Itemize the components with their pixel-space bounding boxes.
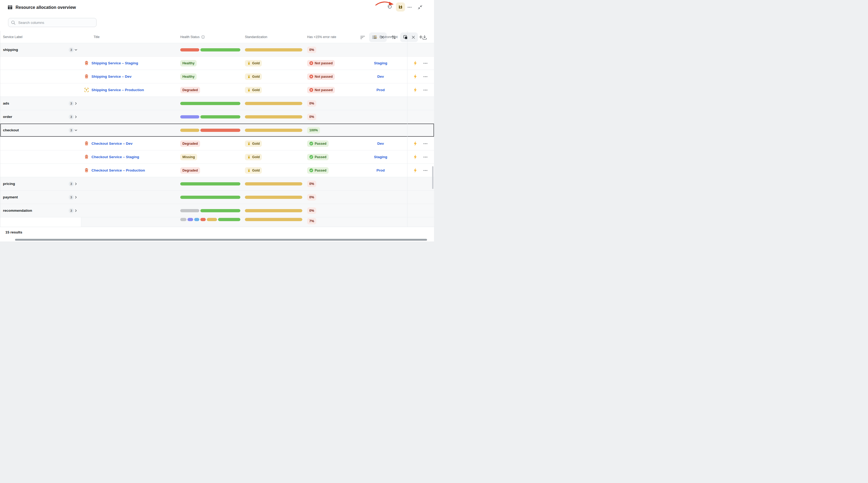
row-menu-icon[interactable]	[423, 88, 428, 93]
chevron-down-icon[interactable]	[74, 129, 78, 132]
service-row[interactable]: Checkout Service – StagingMissingGoldPas…	[0, 150, 434, 164]
column-header-environment[interactable]: Environment	[374, 31, 398, 43]
standardization-bar	[245, 209, 302, 212]
row-menu-icon[interactable]	[423, 141, 428, 146]
environment-link[interactable]: Prod	[377, 168, 385, 172]
data-table: Service Label Title Health Status Standa…	[0, 31, 434, 227]
vertical-scrollbar[interactable]	[432, 166, 433, 189]
group-row-shipping[interactable]: shipping30%	[0, 43, 434, 57]
environment-link[interactable]: Dev	[377, 141, 384, 146]
octopus-icon	[84, 168, 89, 173]
error-rate-check-badge: Passed	[307, 167, 329, 174]
service-title-link[interactable]: Checkout Service – Dev	[91, 141, 132, 146]
health-status-cell	[180, 97, 240, 110]
row-menu-icon[interactable]	[423, 155, 428, 159]
health-status-badge-label: Degraded	[182, 142, 198, 146]
error-rate-badge-label: 0%	[309, 195, 314, 199]
service-row[interactable]: Shipping Service – StagingHealthyGoldNot…	[0, 57, 434, 70]
chevron-right-icon[interactable]	[74, 196, 78, 199]
health-status-badge-label: Missing	[182, 155, 195, 159]
environment-link[interactable]: Staging	[374, 61, 387, 65]
environment-cell	[361, 191, 400, 204]
service-title-link[interactable]: Shipping Service – Production	[91, 88, 144, 92]
standardization-cell	[245, 177, 302, 190]
service-title-link[interactable]: Shipping Service – Staging	[91, 61, 138, 65]
chevron-right-icon[interactable]	[74, 102, 78, 105]
error-rate-badge: 0%	[307, 114, 316, 120]
more-options-button[interactable]	[407, 5, 412, 10]
bolt-icon[interactable]	[413, 168, 417, 173]
standardization-badge-label: Gold	[252, 142, 260, 146]
column-header-title[interactable]: Title	[94, 31, 99, 43]
service-title-link[interactable]: Shipping Service – Dev	[91, 74, 131, 78]
environment-link[interactable]: Prod	[377, 88, 385, 92]
error-rate-badge-label: 0%	[309, 102, 314, 105]
group-row-ads[interactable]: ads30%	[0, 97, 434, 110]
service-row[interactable]: Checkout Service – ProductionDegradedGol…	[0, 164, 434, 177]
bar-segment-gold	[245, 218, 302, 221]
bolt-icon[interactable]	[413, 87, 417, 93]
info-icon[interactable]	[201, 35, 205, 39]
results-count: 15 results	[5, 230, 22, 234]
undo-button[interactable]	[387, 5, 392, 10]
row-menu-icon[interactable]	[423, 168, 428, 173]
collapse-button[interactable]	[417, 5, 423, 10]
environment-link[interactable]: Dev	[377, 74, 384, 78]
chevron-down-icon[interactable]	[74, 48, 78, 52]
bar-segment-green	[180, 102, 240, 105]
chevron-right-icon[interactable]	[74, 182, 78, 186]
table-footer: 15 results	[0, 227, 434, 237]
add-column-button[interactable]	[407, 31, 434, 43]
standardization-badge: Gold	[245, 154, 262, 160]
standardization-bar	[245, 218, 302, 221]
search-box	[8, 18, 97, 27]
group-count-badge: 3	[69, 101, 74, 106]
column-header-error-rate[interactable]: Has <15% error rate	[307, 31, 336, 43]
row-menu-icon[interactable]	[423, 61, 428, 66]
title-cell: Shipping Service – Staging	[84, 57, 175, 70]
error-rate-check-badge: Not passed	[307, 87, 335, 93]
service-row[interactable]: Shipping Service – ProductionDegradedGol…	[0, 83, 434, 97]
row-actions-cell	[407, 70, 434, 83]
title-cell	[84, 204, 175, 217]
error-rate-check-badge-label: Not passed	[315, 61, 333, 65]
column-header-standardization[interactable]: Standardization	[245, 31, 267, 43]
column-header-health-status[interactable]: Health Status	[180, 31, 205, 43]
bolt-icon[interactable]	[413, 154, 417, 159]
error-rate-cell: 0%	[307, 177, 358, 190]
row-actions-cell	[407, 191, 434, 204]
group-row-recommendation[interactable]: recommendation30%	[0, 204, 434, 217]
standardization-badge: Gold	[245, 60, 262, 66]
bolt-icon[interactable]	[413, 74, 417, 79]
standardization-badge-label: Gold	[252, 88, 260, 92]
bolt-icon[interactable]	[413, 141, 417, 146]
chevron-right-icon[interactable]	[74, 115, 78, 119]
bolt-icon[interactable]	[413, 61, 417, 66]
service-title-link[interactable]: Checkout Service – Staging	[91, 155, 139, 159]
group-row-payment[interactable]: payment30%	[0, 191, 434, 204]
bar-segment-gold	[245, 102, 302, 105]
scan-y-icon	[84, 87, 89, 93]
error-rate-cell: Passed	[307, 137, 358, 150]
group-row-order[interactable]: order30%	[0, 110, 434, 124]
search-input[interactable]	[18, 20, 94, 25]
chevron-right-icon[interactable]	[74, 209, 78, 212]
column-header-service-label[interactable]: Service Label	[3, 31, 23, 43]
error-rate-badge: 7%	[307, 218, 316, 224]
service-title-link[interactable]: Checkout Service – Production	[91, 168, 145, 172]
group-row-checkout[interactable]: checkout3100%	[0, 124, 434, 137]
error-rate-cell: 0%	[307, 43, 358, 56]
error-rate-badge-label: 0%	[309, 182, 314, 186]
horizontal-scrollbar[interactable]	[15, 239, 427, 241]
service-row[interactable]: Shipping Service – DevHealthyGoldNot pas…	[0, 70, 434, 83]
environment-link[interactable]: Staging	[374, 155, 387, 159]
standardization-bar	[245, 182, 302, 186]
standardization-cell	[245, 124, 302, 137]
group-label: order	[3, 115, 12, 119]
plus-icon	[419, 35, 423, 39]
service-row[interactable]: Checkout Service – DevDegradedGoldPassed…	[0, 137, 434, 150]
save-button[interactable]	[396, 2, 405, 11]
row-menu-icon[interactable]	[423, 74, 428, 79]
group-row-pricing[interactable]: pricing30%	[0, 177, 434, 191]
summary-row[interactable]: 7%	[0, 217, 434, 227]
